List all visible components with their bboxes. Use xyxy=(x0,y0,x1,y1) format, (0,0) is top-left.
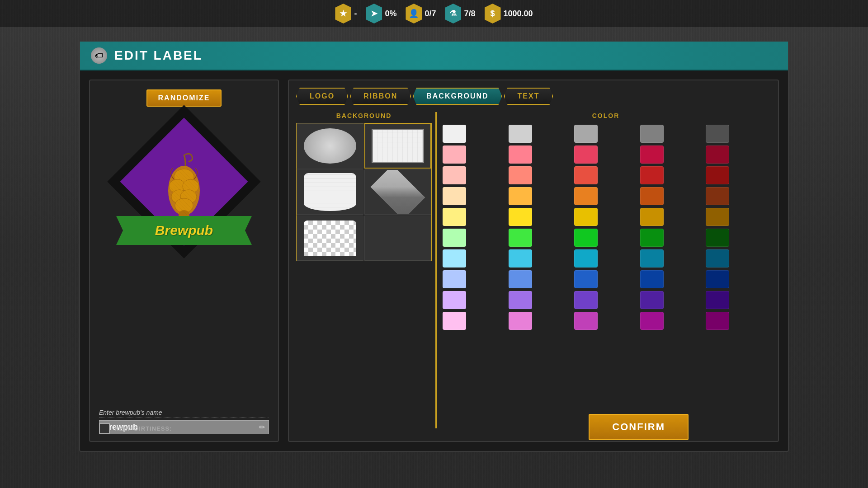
color-coral[interactable] xyxy=(574,166,598,184)
color-hot-pink[interactable] xyxy=(574,145,598,164)
tab-text[interactable]: TEXT xyxy=(504,88,553,105)
bg-option-empty[interactable] xyxy=(364,216,431,261)
ribbon-banner: Brewpub xyxy=(116,216,252,245)
color-gray[interactable] xyxy=(640,125,664,143)
color-white[interactable] xyxy=(443,125,466,143)
dialog-title: EDIT LABEL xyxy=(114,48,203,63)
color-magenta[interactable] xyxy=(574,312,598,330)
color-light-purple[interactable] xyxy=(443,291,466,309)
color-purple-light[interactable] xyxy=(509,291,532,309)
svg-rect-8 xyxy=(168,166,200,216)
label-icon: 🏷 xyxy=(91,47,107,64)
hud-workers: 👤 0/7 xyxy=(406,4,436,23)
keep-dirtiness-label: KEEP DIRTINESS: xyxy=(114,425,172,432)
color-section-label: COLOR xyxy=(441,112,771,119)
name-label: Enter brewpub's name xyxy=(99,409,269,418)
color-navy[interactable] xyxy=(706,270,729,288)
color-peach[interactable] xyxy=(443,187,466,205)
brewery-name-preview: Brewpub xyxy=(155,223,213,238)
color-grid xyxy=(441,123,771,332)
color-teal[interactable] xyxy=(574,249,598,267)
color-light-cyan[interactable] xyxy=(443,249,466,267)
bg-option-checker[interactable] xyxy=(297,216,363,261)
color-dark-green[interactable] xyxy=(640,229,664,247)
tab-background[interactable]: BACKGROUND xyxy=(413,88,502,105)
dialog-body: RANDOMIZE xyxy=(80,70,788,451)
color-burnt-orange[interactable] xyxy=(706,187,729,205)
color-deep-magenta[interactable] xyxy=(706,312,729,330)
color-green[interactable] xyxy=(509,229,532,247)
edit-label-dialog: 🏷 EDIT LABEL RANDOMIZE xyxy=(79,41,789,452)
color-orange[interactable] xyxy=(574,187,598,205)
confirm-button[interactable]: Confirm xyxy=(589,414,689,440)
color-dark-teal[interactable] xyxy=(640,249,664,267)
color-light-blue[interactable] xyxy=(443,270,466,288)
color-dark-orange[interactable] xyxy=(640,187,664,205)
color-dark-crimson[interactable] xyxy=(706,166,729,184)
customization-panel: LOGO RIBBON BACKGROUND TEXT BACKGROUND xyxy=(288,80,779,442)
hud-money: $ 1000.00 xyxy=(485,4,533,23)
color-pink[interactable] xyxy=(509,145,532,164)
color-yellow[interactable] xyxy=(509,208,532,226)
color-light-orange[interactable] xyxy=(509,187,532,205)
capacity-icon: ⚗ xyxy=(445,4,461,23)
bg-option-wavy[interactable] xyxy=(297,169,363,215)
color-forest-green[interactable] xyxy=(706,229,729,247)
person-icon: 👤 xyxy=(406,4,422,23)
hud-progress: ➤ 0% xyxy=(366,4,396,23)
color-deep-teal[interactable] xyxy=(706,249,729,267)
background-section: BACKGROUND xyxy=(296,112,432,428)
color-deep-purple[interactable] xyxy=(706,291,729,309)
color-section: COLOR xyxy=(441,112,771,428)
randomize-button[interactable]: RANDOMIZE xyxy=(146,89,222,107)
label-preview: Brewpub xyxy=(112,114,256,267)
hud-capacity: ⚗ 7/8 xyxy=(445,4,475,23)
bg-option-circle[interactable] xyxy=(297,123,363,169)
color-blue[interactable] xyxy=(574,270,598,288)
floral-pattern xyxy=(372,129,424,164)
color-crimson[interactable] xyxy=(640,145,664,164)
color-red[interactable] xyxy=(640,166,664,184)
dialog-header: 🏷 EDIT LABEL xyxy=(80,42,788,70)
color-medium-green[interactable] xyxy=(574,229,598,247)
tab-logo[interactable]: LOGO xyxy=(296,88,348,105)
color-purple[interactable] xyxy=(574,291,598,309)
star-icon: ★ xyxy=(335,4,351,23)
color-light-green[interactable] xyxy=(443,229,466,247)
checker-pattern xyxy=(304,221,357,256)
wavy-pattern xyxy=(304,173,357,211)
diamond-pattern xyxy=(371,169,425,215)
color-blue-light[interactable] xyxy=(509,270,532,288)
keep-dirtiness-checkbox[interactable] xyxy=(99,423,110,434)
color-dark-magenta[interactable] xyxy=(640,312,664,330)
color-salmon-light[interactable] xyxy=(443,166,466,184)
color-light-magenta[interactable] xyxy=(443,312,466,330)
tab-ribbon[interactable]: RIBBON xyxy=(350,88,411,105)
tab-bar: LOGO RIBBON BACKGROUND TEXT xyxy=(296,88,771,105)
color-amber[interactable] xyxy=(706,208,729,226)
edit-icon: ✏ xyxy=(259,423,265,432)
color-light-gray[interactable] xyxy=(509,125,532,143)
color-light-pink[interactable] xyxy=(443,145,466,164)
arrow-icon: ➤ xyxy=(366,4,382,23)
color-dark-purple[interactable] xyxy=(640,291,664,309)
preview-panel: RANDOMIZE xyxy=(89,80,279,442)
color-dark-blue[interactable] xyxy=(640,270,664,288)
color-dark-red[interactable] xyxy=(706,145,729,164)
hud-star: ★ - xyxy=(335,4,357,23)
bg-option-diamond[interactable] xyxy=(364,169,431,215)
color-dark-gold[interactable] xyxy=(640,208,664,226)
color-magenta-light[interactable] xyxy=(509,312,532,330)
bg-option-floral[interactable] xyxy=(364,123,431,169)
color-gold[interactable] xyxy=(574,208,598,226)
color-light-yellow[interactable] xyxy=(443,208,466,226)
color-salmon[interactable] xyxy=(509,166,532,184)
background-grid xyxy=(296,123,432,261)
color-medium-gray[interactable] xyxy=(574,125,598,143)
background-section-label: BACKGROUND xyxy=(296,112,432,119)
hud-bar: ★ - ➤ 0% 👤 0/7 ⚗ 7/8 $ 1000.00 xyxy=(0,0,868,27)
color-cyan[interactable] xyxy=(509,249,532,267)
circle-pattern xyxy=(304,128,357,164)
color-dark-gray[interactable] xyxy=(706,125,729,143)
section-divider xyxy=(435,112,437,428)
